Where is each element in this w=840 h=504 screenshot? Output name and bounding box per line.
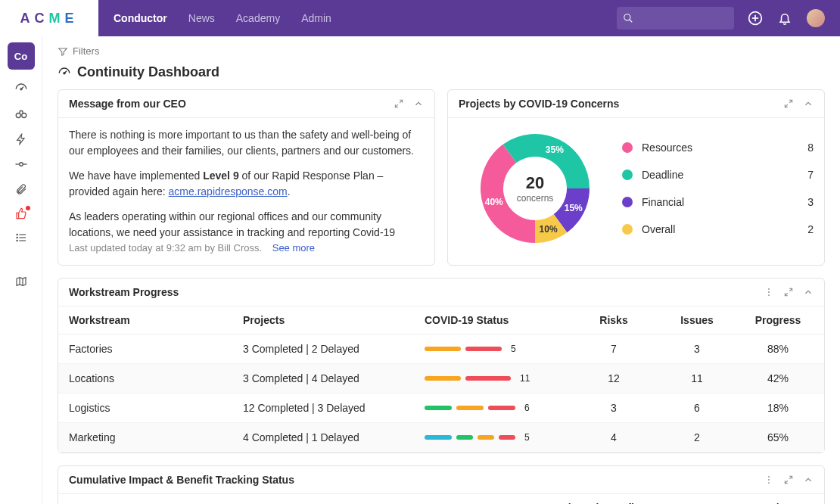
svg-point-37 [768, 482, 770, 484]
rapid-response-link[interactable]: acme.rapidresponse.com [169, 185, 288, 198]
logo: ACME [0, 0, 98, 36]
svg-text:15%: 15% [565, 203, 583, 213]
search-input[interactable] [617, 7, 734, 30]
nav-admin[interactable]: Admin [301, 12, 331, 24]
more-icon[interactable] [764, 287, 774, 297]
svg-text:35%: 35% [546, 145, 564, 155]
expand-icon[interactable] [783, 474, 794, 485]
svg-point-36 [768, 479, 770, 481]
svg-point-16 [17, 237, 17, 238]
table-row[interactable]: Locations 3 Completed | 4 Delayed 11 12 … [58, 364, 824, 394]
left-rail: Co [0, 36, 42, 504]
top-bar: ACME Conductor News Academy Admin [0, 0, 840, 36]
card-title: Workstream Progress [69, 286, 754, 298]
card-title: Message from our CEO [69, 98, 384, 110]
svg-point-15 [17, 234, 17, 235]
svg-point-7 [16, 114, 20, 118]
impact-card: Cumulative Impact & Benefit Tracking Sta… [58, 465, 825, 504]
table-row[interactable]: Factories 3 Completed | 2 Delayed 5 7 3 … [58, 334, 824, 364]
legend-item: Overall2 [622, 216, 814, 243]
more-icon[interactable] [764, 474, 774, 485]
svg-line-34 [785, 293, 788, 296]
message-footer: Last updated today at 9:32 am by Bill Cr… [58, 242, 434, 263]
top-nav: Conductor News Academy Admin [114, 12, 331, 24]
nav-academy[interactable]: Academy [236, 12, 280, 24]
svg-point-31 [768, 291, 770, 293]
message-body: There is nothing is more important to us… [58, 118, 434, 242]
svg-point-8 [21, 114, 26, 118]
map-icon[interactable] [15, 275, 27, 288]
donut-chart: 40%35%15%10% 20 concerns [471, 124, 599, 253]
chevron-up-icon[interactable] [803, 98, 814, 109]
svg-point-9 [19, 163, 23, 166]
gauge-icon[interactable] [14, 82, 28, 95]
svg-point-30 [768, 288, 770, 290]
legend-item: Financial3 [622, 188, 814, 216]
nav-news[interactable]: News [188, 12, 215, 24]
chevron-up-icon[interactable] [803, 287, 814, 297]
svg-point-17 [17, 240, 17, 241]
table-row[interactable]: Marketing 4 Completed | 1 Delayed 5 4 2 … [58, 423, 824, 453]
expand-icon[interactable] [394, 98, 404, 109]
card-title: Cumulative Impact & Benefit Tracking Sta… [69, 474, 754, 486]
paperclip-icon[interactable] [15, 183, 27, 195]
chevron-up-icon[interactable] [413, 98, 424, 109]
legend-item: Deadline7 [622, 161, 814, 188]
svg-point-35 [768, 476, 770, 478]
card-title: Projects by COVID-19 Concerns [459, 98, 774, 110]
workstream-card: Workstream Progress Workstream Projects … [58, 278, 825, 453]
chart-legend: Resources8Deadline7Financial3Overall2 [622, 134, 814, 243]
expand-icon[interactable] [783, 98, 794, 109]
svg-point-32 [768, 294, 770, 296]
gauge-icon [58, 66, 71, 79]
table-header: Workstream Projects COVID-19 Status Risk… [58, 306, 824, 334]
chevron-up-icon[interactable] [803, 474, 814, 485]
bolt-icon[interactable] [15, 133, 27, 145]
thumbs-up-icon[interactable] [15, 207, 27, 219]
main-area: Filters Continuity Dashboard Message fro… [42, 36, 840, 504]
svg-line-38 [789, 476, 792, 479]
add-button[interactable] [748, 11, 763, 26]
page-title: Continuity Dashboard [58, 64, 825, 80]
search-icon [623, 13, 633, 23]
svg-line-33 [789, 288, 792, 291]
list-icon[interactable] [15, 232, 27, 244]
svg-text:40%: 40% [485, 197, 503, 207]
nav-conductor[interactable]: Conductor [114, 12, 167, 24]
ceo-message-card: Message from our CEO There is nothing is… [58, 89, 435, 266]
expand-icon[interactable] [783, 287, 794, 297]
impact-header: COVID-19 Status Projected Benefit Net Im… [58, 494, 824, 504]
svg-line-1 [630, 20, 633, 23]
commit-icon[interactable] [14, 157, 28, 171]
avatar[interactable] [807, 9, 825, 27]
concerns-chart-card: Projects by COVID-19 Concerns 40%35%15%1… [447, 89, 825, 266]
svg-point-0 [624, 14, 630, 20]
bell-icon[interactable] [778, 11, 792, 25]
see-more-link[interactable]: See more [272, 242, 315, 254]
filter-icon [58, 46, 68, 57]
rail-app-badge[interactable]: Co [8, 42, 35, 70]
legend-item: Resources8 [622, 134, 814, 161]
binoculars-icon[interactable] [14, 107, 28, 121]
svg-line-39 [785, 481, 788, 484]
filters-button[interactable]: Filters [58, 45, 825, 57]
svg-text:10%: 10% [540, 224, 558, 235]
table-row[interactable]: Logistics 12 Completed | 3 Delayed 6 3 6… [58, 394, 824, 423]
